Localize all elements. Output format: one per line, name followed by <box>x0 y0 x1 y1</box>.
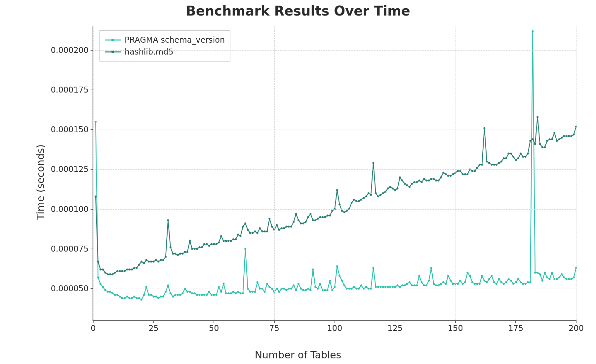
chart-title: Benchmark Results Over Time <box>0 3 596 19</box>
gridline-h <box>93 209 576 210</box>
data-point <box>150 261 152 263</box>
data-point <box>414 284 416 286</box>
data-point <box>240 235 242 237</box>
data-point <box>218 242 220 244</box>
data-point <box>148 294 150 296</box>
data-point <box>503 157 505 159</box>
data-point <box>522 283 524 285</box>
data-point <box>471 170 473 172</box>
data-point <box>170 246 172 248</box>
series-line <box>96 31 576 300</box>
data-point <box>553 278 555 280</box>
data-point <box>457 283 459 285</box>
data-point <box>365 195 367 197</box>
tick-mark <box>335 320 335 323</box>
data-point <box>327 289 329 291</box>
data-point <box>420 281 422 283</box>
data-point <box>307 216 309 218</box>
data-point <box>425 284 427 286</box>
tick-mark <box>515 320 516 323</box>
data-point <box>341 210 343 212</box>
data-point <box>420 181 422 183</box>
data-point <box>570 278 572 280</box>
data-point <box>206 243 208 245</box>
data-point <box>438 180 440 182</box>
data-point <box>370 194 372 196</box>
data-point <box>143 262 145 264</box>
data-point <box>534 143 536 145</box>
gridline-v <box>93 26 94 320</box>
data-point <box>551 272 553 274</box>
data-point <box>353 199 355 201</box>
data-point <box>496 164 497 166</box>
data-point <box>549 278 551 280</box>
data-point <box>298 219 299 221</box>
data-point <box>167 284 169 286</box>
data-point <box>111 292 113 294</box>
gridline-v <box>214 26 214 320</box>
data-point <box>309 213 311 215</box>
tick-mark <box>91 90 93 90</box>
data-point <box>240 292 242 294</box>
data-point <box>546 140 548 142</box>
data-point <box>148 261 150 263</box>
y-tick-label: 0.000100 <box>51 205 89 214</box>
data-point <box>242 225 244 227</box>
data-point <box>184 251 186 253</box>
data-point <box>392 187 394 189</box>
data-point <box>399 177 401 179</box>
data-point <box>510 280 512 282</box>
data-point <box>425 180 427 182</box>
data-point <box>218 286 220 288</box>
data-point <box>244 222 246 224</box>
data-point <box>322 289 324 291</box>
data-point <box>225 240 227 242</box>
tick-mark <box>91 129 93 130</box>
data-point <box>462 173 464 175</box>
data-point <box>222 283 224 285</box>
y-tick-label: 0.000150 <box>51 125 89 134</box>
data-point <box>331 289 333 291</box>
data-point <box>406 184 408 186</box>
data-point <box>268 218 270 220</box>
data-point <box>324 216 326 218</box>
data-point <box>95 195 97 197</box>
data-point <box>541 280 543 282</box>
data-point <box>186 251 188 253</box>
data-point <box>483 127 485 129</box>
data-point <box>532 30 534 32</box>
data-point <box>157 261 159 263</box>
data-point <box>324 289 326 291</box>
data-point <box>464 173 466 175</box>
data-point <box>360 199 362 201</box>
data-point <box>379 286 381 288</box>
data-point <box>416 284 418 286</box>
data-point <box>450 280 452 282</box>
data-point <box>525 283 527 285</box>
data-point <box>194 292 196 294</box>
data-point <box>266 283 268 285</box>
data-point <box>396 187 398 189</box>
data-point <box>114 272 116 274</box>
data-point <box>517 157 519 159</box>
data-point <box>440 283 442 285</box>
x-tick-label: 0 <box>91 324 96 333</box>
data-point <box>520 281 522 283</box>
data-point <box>539 273 541 275</box>
gridline-h <box>93 50 576 51</box>
data-point <box>498 278 500 280</box>
data-point <box>430 267 432 269</box>
data-point <box>401 284 403 286</box>
data-point <box>181 292 183 294</box>
data-point <box>488 162 490 164</box>
data-point <box>428 280 430 282</box>
data-point <box>285 225 287 227</box>
data-point <box>505 281 507 283</box>
data-point <box>553 132 555 134</box>
data-point <box>254 230 256 232</box>
data-point <box>452 173 454 175</box>
data-point <box>129 297 131 299</box>
data-point <box>254 291 256 293</box>
data-point <box>363 197 365 199</box>
data-point <box>252 291 254 293</box>
